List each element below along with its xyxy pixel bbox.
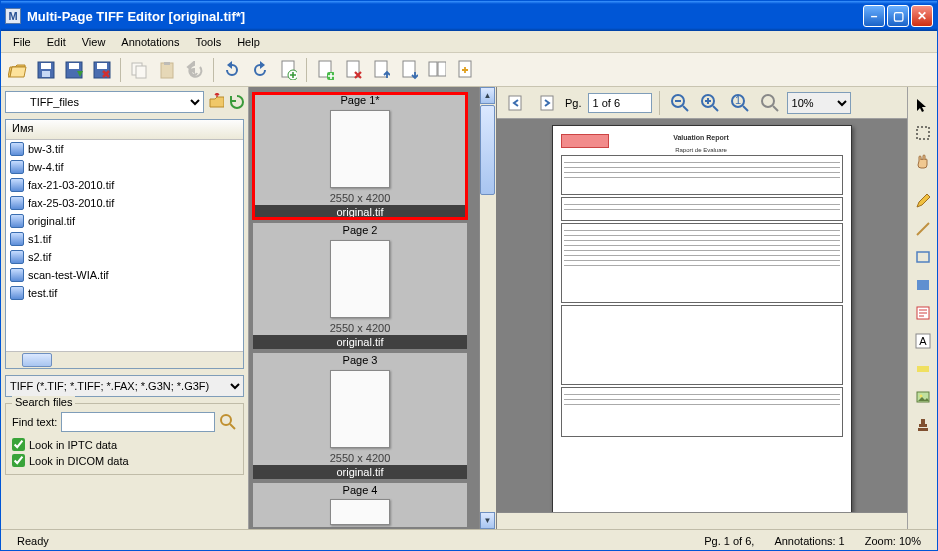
delete-page-button[interactable]	[89, 57, 115, 83]
menu-tools[interactable]: Tools	[187, 34, 229, 50]
rotate-left-button[interactable]	[219, 57, 245, 83]
list-item[interactable]: test.tif	[6, 284, 243, 302]
line-tool[interactable]	[911, 217, 935, 241]
paste-button[interactable]	[154, 57, 180, 83]
svg-rect-29	[917, 127, 929, 139]
page-split-button[interactable]	[424, 57, 450, 83]
find-input[interactable]	[61, 412, 215, 432]
save-as-button[interactable]	[61, 57, 87, 83]
undo-button[interactable]	[182, 57, 208, 83]
menu-view[interactable]: View	[74, 34, 114, 50]
thumbnail-list[interactable]: Page 1* 2550 x 4200 original.tif Page 2 …	[249, 87, 479, 529]
list-item[interactable]: bw-3.tif	[6, 140, 243, 158]
page-add-button[interactable]	[312, 57, 338, 83]
thumbnail-vscroll[interactable]: ▲ ▼	[479, 87, 496, 529]
copy-button[interactable]	[126, 57, 152, 83]
stamp-tool[interactable]	[911, 413, 935, 437]
close-button[interactable]: ✕	[911, 5, 933, 27]
pointer-tool[interactable]	[911, 93, 935, 117]
svg-rect-18	[429, 62, 437, 76]
next-page-button[interactable]	[533, 90, 559, 116]
stamp-annotation[interactable]	[561, 134, 609, 148]
svg-text:1: 1	[734, 94, 740, 106]
zoom-fit-button[interactable]	[757, 90, 783, 116]
menu-annotations[interactable]: Annotations	[113, 34, 187, 50]
pencil-tool[interactable]	[911, 189, 935, 213]
page-remove-button[interactable]	[340, 57, 366, 83]
save-button[interactable]	[33, 57, 59, 83]
menu-edit[interactable]: Edit	[39, 34, 74, 50]
file-list-hscroll[interactable]	[6, 351, 243, 368]
zoom-in-button[interactable]	[697, 90, 723, 116]
folder-dropdown[interactable]: TIFF_files	[5, 91, 204, 113]
thumbnail-card[interactable]: Page 2 2550 x 4200 original.tif	[253, 223, 467, 349]
doc-subtitle: Raport de Evaluare	[609, 147, 793, 153]
text-tool[interactable]: A	[911, 329, 935, 353]
highlight-tool[interactable]	[911, 357, 935, 381]
list-item[interactable]: fax-21-03-2010.tif	[6, 176, 243, 194]
thumb-title: Page 3	[253, 353, 467, 367]
list-item[interactable]: fax-25-03-2010.tif	[6, 194, 243, 212]
chk-iptc[interactable]	[12, 438, 25, 451]
thumbnail-card[interactable]: Page 4	[253, 483, 467, 527]
list-item[interactable]: s2.tif	[6, 248, 243, 266]
list-item[interactable]: s1.tif	[6, 230, 243, 248]
svg-point-21	[221, 415, 231, 425]
rotate-right-button[interactable]	[247, 57, 273, 83]
preview-panel: Pg. 1 10% Valuation Report Raport de Eva…	[497, 87, 907, 529]
find-button[interactable]	[219, 413, 237, 431]
scroll-down-icon[interactable]: ▼	[480, 512, 495, 529]
maximize-button[interactable]: ▢	[887, 5, 909, 27]
preview-hscroll[interactable]	[497, 512, 907, 529]
page-merge-button[interactable]	[452, 57, 478, 83]
preview-area[interactable]: Valuation Report Raport de Evaluare	[497, 119, 907, 512]
rect-fill-tool[interactable]	[911, 273, 935, 297]
file-icon	[10, 160, 24, 174]
file-icon	[10, 214, 24, 228]
folder-up-icon[interactable]	[208, 94, 224, 110]
zoom-reset-button[interactable]: 1	[727, 90, 753, 116]
scroll-up-icon[interactable]: ▲	[480, 87, 495, 104]
folder-refresh-icon[interactable]	[228, 94, 244, 110]
prev-page-button[interactable]	[503, 90, 529, 116]
selection-tool[interactable]	[911, 121, 935, 145]
file-filter-dropdown[interactable]: TIFF (*.TIF; *.TIFF; *.FAX; *.G3N; *.G3F…	[5, 375, 244, 397]
zoom-out-button[interactable]	[667, 90, 693, 116]
thumb-title: Page 1*	[253, 93, 467, 107]
thumb-dim: 2550 x 4200	[253, 191, 467, 205]
doc-title: Valuation Report	[609, 134, 793, 141]
thumbnail-card[interactable]: Page 1* 2550 x 4200 original.tif	[253, 93, 467, 219]
menu-bar: File Edit View Annotations Tools Help	[1, 31, 937, 53]
new-page-button[interactable]	[275, 57, 301, 83]
zoom-dropdown[interactable]: 10%	[787, 92, 851, 114]
list-item[interactable]: original.tif	[6, 212, 243, 230]
find-label: Find text:	[12, 416, 57, 428]
note-tool[interactable]	[911, 301, 935, 325]
file-icon	[10, 196, 24, 210]
file-icon	[10, 250, 24, 264]
open-button[interactable]	[5, 57, 31, 83]
rect-outline-tool[interactable]	[911, 245, 935, 269]
page-move-down-button[interactable]	[396, 57, 422, 83]
search-legend: Search files	[12, 396, 75, 408]
image-tool[interactable]	[911, 385, 935, 409]
menu-help[interactable]: Help	[229, 34, 268, 50]
menu-file[interactable]: File	[5, 34, 39, 50]
thumb-file: original.tif	[253, 335, 467, 349]
thumb-file: original.tif	[253, 205, 467, 219]
chk-dicom[interactable]	[12, 454, 25, 467]
file-list[interactable]: bw-3.tif bw-4.tif fax-21-03-2010.tif fax…	[6, 140, 243, 351]
status-bar: Ready Pg. 1 of 6, Annotations: 1 Zoom: 1…	[1, 529, 937, 551]
svg-rect-38	[918, 428, 928, 431]
page-move-up-button[interactable]	[368, 57, 394, 83]
page-number-input[interactable]	[588, 93, 652, 113]
hand-tool[interactable]	[911, 149, 935, 173]
minimize-button[interactable]: –	[863, 5, 885, 27]
thumbnail-card[interactable]: Page 3 2550 x 4200 original.tif	[253, 353, 467, 479]
file-list-header[interactable]: Имя	[6, 120, 243, 140]
thumbnail-panel: Page 1* 2550 x 4200 original.tif Page 2 …	[249, 87, 497, 529]
scroll-thumb[interactable]	[480, 105, 495, 195]
thumb-title: Page 2	[253, 223, 467, 237]
list-item[interactable]: scan-test-WIA.tif	[6, 266, 243, 284]
list-item[interactable]: bw-4.tif	[6, 158, 243, 176]
